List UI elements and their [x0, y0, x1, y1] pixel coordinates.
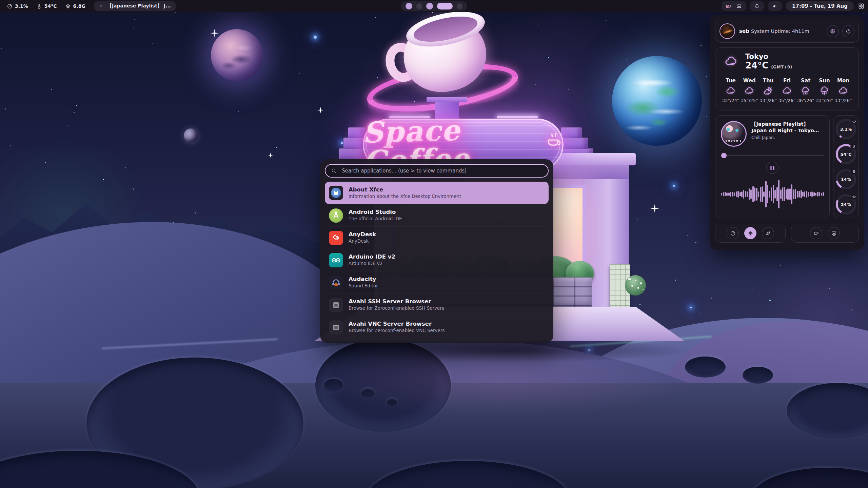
workspace-dot-5[interactable]	[457, 3, 462, 9]
memory[interactable]: 6.8G	[65, 3, 85, 9]
gear-icon	[830, 28, 836, 34]
app-row-android-studio[interactable]: Android Studio The official Android IDE	[325, 204, 549, 226]
screenshot-button[interactable]	[828, 227, 840, 239]
power-icon	[845, 28, 851, 34]
forecast-sat: Sat 36°/26°	[796, 78, 815, 103]
progress-bar[interactable]	[721, 153, 824, 158]
app-row-avahi-ssh-server-browser[interactable]: Avahi SSH Server Browser Browse for Zero…	[325, 293, 549, 316]
avahi-app-icon	[329, 298, 343, 312]
desktop: Space Coffee 3.1% 54°C 6.8G	[0, 0, 868, 488]
cloud-icon	[722, 55, 740, 68]
balanced-button[interactable]	[744, 227, 756, 239]
arduino-app-icon	[329, 253, 343, 267]
app-description: Sound Editor	[349, 283, 378, 289]
app-title: About Xfce	[349, 186, 461, 194]
forecast-temps: 36°/26°	[797, 98, 814, 103]
weather-card: Tokyo 24°C (GMT+9) Tue 33°/24° Wed 35°/2…	[715, 47, 859, 110]
stat-value: 54°C	[44, 3, 57, 9]
forecast-day-label: Sun	[819, 78, 830, 84]
power-button[interactable]	[842, 25, 854, 37]
forecast-row: Tue 33°/24° Wed 35°/25° Thu 33°/26° Fri …	[720, 78, 854, 103]
workspace-dot-4[interactable]	[437, 3, 453, 9]
anydesk-app-icon	[329, 231, 343, 245]
cpu-usage[interactable]: 3.1%	[7, 3, 28, 9]
app-list: About Xfce Information about the Xfce De…	[325, 182, 549, 338]
neon-ground-glow	[292, 332, 715, 420]
settings-button[interactable]	[827, 25, 839, 37]
now-playing-label: 【Japanese Playlist】 J...	[107, 3, 171, 9]
album-art-text: TOKYO L	[722, 140, 746, 143]
forecast-temps: 33°/26°	[835, 98, 852, 103]
app-row-about-xfce[interactable]: About Xfce Information about the Xfce De…	[325, 182, 549, 204]
sign-cup-icon	[546, 130, 564, 150]
app-row-anydesk[interactable]: AnyDesk AnyDesk	[325, 226, 549, 249]
screen-record-button[interactable]	[810, 227, 822, 239]
chip-icon	[65, 3, 71, 9]
cpu-gauge: 3.1%	[836, 119, 856, 139]
clock[interactable]: 17:09 - Tue, 19 Aug	[786, 1, 854, 11]
workspace-dot-3[interactable]	[426, 3, 433, 9]
forecast-temps: 33°/24°	[722, 98, 739, 103]
weather-temp: 24°C	[745, 61, 768, 70]
app-description: Arduino IDE v2	[349, 261, 395, 267]
app-grid-icon[interactable]	[858, 3, 865, 9]
wallpaper-icon[interactable]	[736, 3, 742, 9]
thermo-icon	[36, 3, 42, 9]
forecast-temps: 35°/26°	[778, 98, 795, 103]
forecast-day-label: Thu	[763, 78, 774, 84]
disk-icon	[850, 193, 857, 200]
forecast-thu: Thu 33°/26°	[759, 78, 777, 103]
now-playing-pill[interactable]: 【Japanese Playlist】 J...	[94, 1, 176, 11]
chip-icon	[850, 168, 857, 175]
screenshot-icon	[831, 230, 837, 236]
app-row-avahi-vnc-server-browser[interactable]: Avahi VNC Server Browser Browse for Zero…	[325, 316, 549, 338]
sign-steps-right-3	[561, 138, 588, 149]
stat-value: 6.8G	[73, 3, 85, 9]
pause-icon	[770, 166, 774, 170]
search-bar[interactable]	[325, 164, 549, 178]
app-title: Audacity	[349, 276, 378, 283]
album-art: TOKYO L	[721, 121, 747, 147]
weather-city: Tokyo	[745, 53, 768, 61]
sign-steps-right-4	[561, 127, 582, 138]
track-title: 【Japanese Playlist】 Japan All Night - To…	[751, 121, 824, 134]
app-description: AnyDesk	[349, 238, 376, 244]
pause-button[interactable]	[766, 162, 778, 174]
performance-button[interactable]	[727, 227, 739, 239]
forecast-day-label: Tue	[726, 78, 735, 84]
app-title: Avahi SSH Server Browser	[349, 298, 444, 305]
power-saver-button[interactable]	[762, 227, 774, 239]
volume-icon[interactable]	[772, 3, 778, 9]
app-description: The official Android IDE	[349, 216, 402, 222]
app-row-audacity[interactable]: Audacity Sound Editor	[325, 271, 549, 293]
forecast-temps: 33°/26°	[816, 98, 833, 103]
storm-icon	[820, 86, 830, 96]
gauge-icon	[7, 3, 13, 9]
leaf-icon	[765, 230, 771, 236]
suncloud-icon	[763, 86, 773, 96]
forecast-sun: Sun 33°/26°	[815, 78, 834, 103]
gpu-icon[interactable]	[726, 3, 731, 9]
search-input[interactable]	[341, 167, 542, 174]
avahi-app-icon	[329, 320, 343, 334]
cloud-icon	[744, 86, 754, 96]
indicator-group	[722, 1, 746, 11]
app-title: Arduino IDE v2	[349, 253, 395, 261]
workspace-dot-1[interactable]	[406, 3, 412, 9]
rain-icon	[801, 86, 811, 96]
workspace-switcher	[401, 1, 467, 11]
flower-bush	[625, 275, 646, 296]
workspace-dot-2[interactable]	[416, 3, 422, 9]
avatar[interactable]	[719, 23, 735, 39]
notifications-icon[interactable]	[754, 3, 760, 9]
forecast-mon: Mon 33°/26°	[834, 78, 852, 103]
progress-handle[interactable]	[721, 153, 727, 158]
app-row-arduino-ide-v2[interactable]: Arduino IDE v2 Arduino IDE v2	[325, 249, 549, 271]
temperature[interactable]: 54°C	[36, 3, 57, 9]
power-profile-card	[715, 224, 786, 243]
weather-current: Tokyo 24°C (GMT+9)	[720, 53, 854, 70]
app-title: AnyDesk	[349, 231, 376, 238]
scales-icon	[748, 230, 753, 236]
cloud-icon	[726, 86, 736, 96]
sign-steps-left-3	[343, 138, 366, 149]
